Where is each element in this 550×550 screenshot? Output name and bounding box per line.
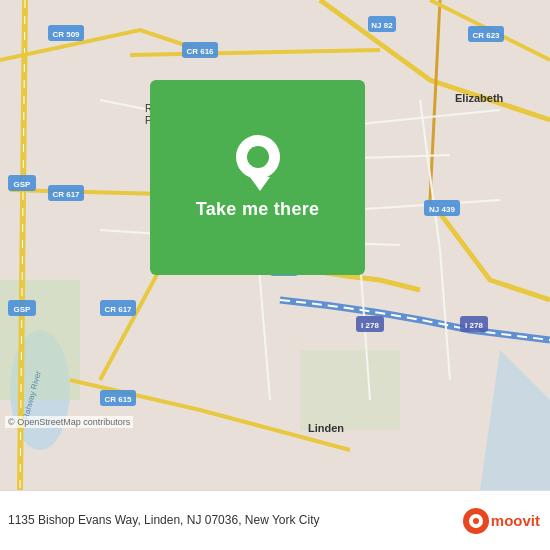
svg-text:GSP: GSP (14, 180, 32, 189)
take-me-there-label: Take me there (196, 199, 320, 220)
take-me-there-button[interactable]: Take me there (150, 80, 365, 275)
svg-text:CR 623: CR 623 (472, 31, 500, 40)
moovit-text: moovit (491, 512, 540, 529)
map-pin-icon (236, 135, 280, 189)
osm-attribution: © OpenStreetMap contributors (5, 416, 133, 428)
svg-text:CR 617: CR 617 (52, 190, 80, 199)
moovit-logo: moovit (463, 508, 540, 534)
svg-text:GSP: GSP (14, 305, 32, 314)
svg-text:I 278: I 278 (361, 321, 379, 330)
svg-text:I 278: I 278 (465, 321, 483, 330)
footer: 1135 Bishop Evans Way, Linden, NJ 07036,… (0, 490, 550, 550)
svg-text:CR 615: CR 615 (104, 395, 132, 404)
svg-text:CR 617: CR 617 (104, 305, 132, 314)
svg-rect-3 (300, 350, 400, 430)
svg-text:NJ 82: NJ 82 (371, 21, 393, 30)
svg-text:CR 616: CR 616 (186, 47, 214, 56)
svg-text:Linden: Linden (308, 422, 344, 434)
moovit-icon (463, 508, 489, 534)
svg-text:CR 509: CR 509 (52, 30, 80, 39)
svg-text:NJ 439: NJ 439 (429, 205, 455, 214)
svg-text:Elizabeth: Elizabeth (455, 92, 504, 104)
map-container: Rahway River CR 509 CR 616 CR 623 NJ 82 … (0, 0, 550, 490)
address-text: 1135 Bishop Evans Way, Linden, NJ 07036,… (8, 512, 320, 529)
